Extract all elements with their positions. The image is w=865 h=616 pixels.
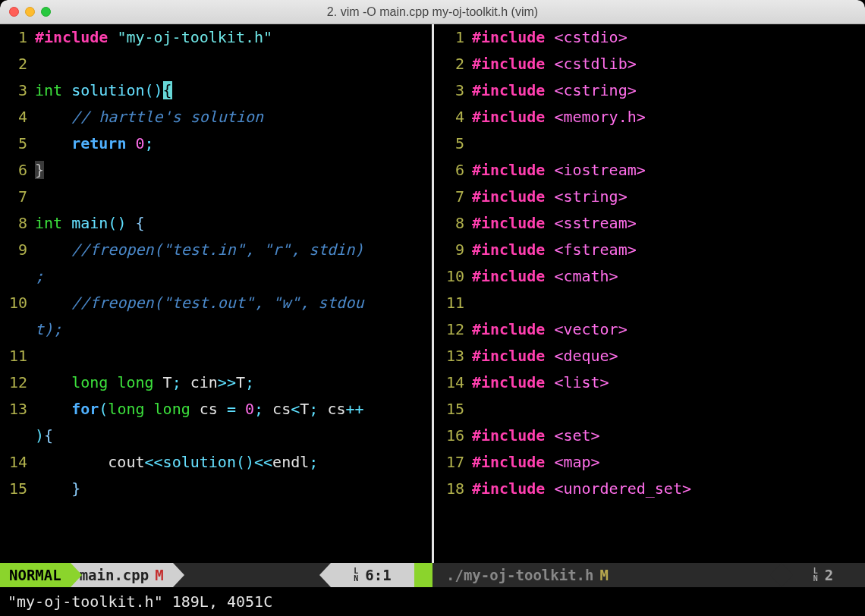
left-pane[interactable]: 123456789 10 111213 1415 #include "my-oj… [0, 24, 428, 563]
line-number-gutter-left: 123456789 10 111213 1415 [0, 24, 35, 563]
code-left[interactable]: #include "my-oj-toolkit.h" int solution(… [35, 24, 428, 563]
cursor-position-right: LN 2 [782, 563, 865, 587]
statusbar-right: ./my-oj-toolkit.h M LN 2 [432, 563, 865, 587]
modified-flag: M [599, 567, 608, 583]
line-number-gutter-right: 123456789101112131415161718 [437, 24, 472, 563]
ln-icon: LN [813, 567, 817, 583]
mode-indicator: NORMAL [0, 563, 71, 587]
modified-flag: M [155, 567, 163, 583]
ln-icon: LN [354, 567, 357, 583]
statusbar-end-left [414, 563, 432, 587]
file-label: main.cpp [80, 567, 149, 583]
position-value: 2 [825, 567, 833, 583]
statusbar-left: NORMAL main.cpp M LN 6:1 [0, 563, 432, 587]
position-value: 6:1 [365, 567, 391, 583]
command-line-text: "my-oj-toolkit.h" 189L, 4051C [8, 592, 272, 611]
statusbars: NORMAL main.cpp M LN 6:1 ./my-oj-toolkit… [0, 563, 865, 587]
titlebar[interactable]: 2. vim -O main.cpp my-oj-toolkit.h (vim) [0, 0, 865, 24]
editor-area[interactable]: 123456789 10 111213 1415 #include "my-oj… [0, 24, 865, 563]
file-label: ./my-oj-toolkit.h [446, 567, 593, 583]
file-name-right: ./my-oj-toolkit.h M [432, 563, 782, 587]
statusbar-mid-left [173, 563, 331, 587]
vertical-split[interactable] [428, 24, 437, 563]
cursor-position-left: LN 6:1 [331, 563, 414, 587]
window-title: 2. vim -O main.cpp my-oj-toolkit.h (vim) [0, 5, 865, 19]
command-line[interactable]: "my-oj-toolkit.h" 189L, 4051C [0, 587, 865, 616]
right-pane[interactable]: 123456789101112131415161718 #include <cs… [437, 24, 865, 563]
code-right[interactable]: #include <cstdio>#include <cstdlib>#incl… [472, 24, 865, 563]
file-name-left: main.cpp M [71, 563, 173, 587]
